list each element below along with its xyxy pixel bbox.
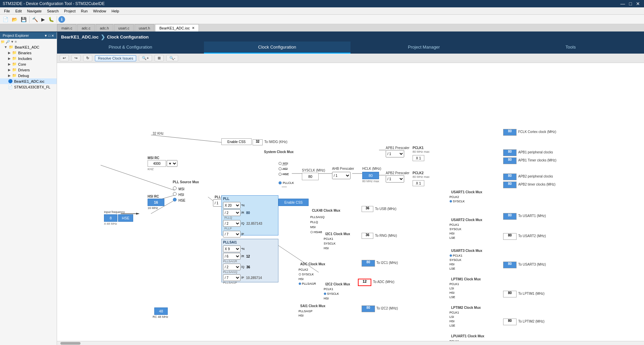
msi-rc-unit-select[interactable]: ▼: [167, 160, 177, 167]
zoom-in-button[interactable]: 🔍+: [139, 55, 152, 61]
sidebar-item-core[interactable]: ▶ 📁 Core: [0, 61, 57, 67]
info-button[interactable]: ℹ: [58, 16, 65, 23]
pclk1-i2c1[interactable]: PCLK1: [324, 237, 336, 240]
horizontal-scrollbar[interactable]: [57, 341, 644, 345]
navtab-project[interactable]: Project Manager: [351, 42, 497, 54]
menu-help[interactable]: Help: [109, 8, 122, 14]
pllsai1-p-select[interactable]: / 7: [223, 274, 240, 281]
sidebar-item-ioc[interactable]: 🔵 BearKE1_ADC.ioc: [0, 78, 57, 84]
msi-clk48[interactable]: MSI: [310, 225, 325, 229]
clock-diagram[interactable]: 32 KHz Enable CSS 32 To IWDG (KHz) Syste…: [57, 63, 644, 341]
menu-project[interactable]: Project: [61, 8, 78, 14]
pll-q-select[interactable]: / 2: [223, 220, 240, 227]
save-button[interactable]: 💾: [19, 16, 28, 23]
pllsai1q-clk48[interactable]: PLLSAI1Q: [310, 215, 325, 219]
pll-msi-radio[interactable]: MSI: [173, 186, 184, 191]
maximize-button[interactable]: □: [628, 1, 633, 6]
resolve-clock-button[interactable]: Resolve Clock Issues: [95, 55, 136, 61]
lse-usart3[interactable]: LSE: [449, 267, 463, 270]
hsi-usart3[interactable]: HSI: [449, 263, 463, 266]
msi-rc-input[interactable]: [148, 160, 166, 167]
pclk1-usart3[interactable]: PCLK1: [449, 254, 463, 257]
tab-mainc[interactable]: main.c: [57, 24, 76, 31]
menu-window[interactable]: Window: [90, 8, 109, 14]
hsi-lptim1[interactable]: HSI: [449, 291, 459, 294]
sidebar-item-includes[interactable]: ▶ 📁 Includes: [0, 56, 57, 61]
tab-usartc[interactable]: usart.c: [114, 24, 134, 31]
hse-label-box[interactable]: HSE: [118, 214, 133, 222]
fit-button[interactable]: ⊞: [155, 55, 164, 61]
build-button[interactable]: 🔨: [31, 16, 39, 23]
sidebar-item-debug[interactable]: ▶ 📁 Debug: [0, 73, 57, 78]
undo-button[interactable]: ↩: [60, 55, 69, 61]
tab-adch[interactable]: adc.h: [96, 24, 113, 31]
lsi-lptim1[interactable]: LSI: [449, 287, 459, 290]
debug-button[interactable]: 🐛: [47, 16, 55, 23]
lse-lptim2[interactable]: LSE: [449, 324, 459, 327]
open-button[interactable]: 📂: [10, 16, 19, 23]
pllsai1-r-select[interactable]: / 6: [223, 253, 240, 260]
mux-msi-option[interactable]: MSI: [278, 162, 294, 165]
sysclk-adc[interactable]: SYSCLK: [299, 273, 316, 276]
sidebar-item-drivers[interactable]: ▶ 📁 Drivers: [0, 67, 57, 73]
mux-hse-option[interactable]: HSE: [278, 172, 294, 176]
pclk2-usart1[interactable]: PCLK2: [449, 195, 465, 199]
pclk1-lptim2[interactable]: PCLK1: [449, 311, 459, 314]
apb1-prescaler-select[interactable]: / 1: [386, 150, 404, 157]
pclk1-i2c2[interactable]: PCLK1: [324, 287, 339, 291]
pclk1-usart2[interactable]: PCLK1: [449, 223, 462, 226]
pllsai1p-sai1[interactable]: PLLSAI1P: [299, 309, 313, 313]
pll-p-select[interactable]: / 7: [223, 231, 240, 237]
mux-pllclk-option[interactable]: PLLCLK: [278, 181, 294, 185]
menu-search[interactable]: Search: [44, 8, 61, 14]
sysclk-input[interactable]: [302, 173, 319, 180]
hscroll-thumb[interactable]: [60, 342, 80, 345]
sysclk-i2c1[interactable]: SYSCLK: [324, 242, 336, 245]
pclk2-adc[interactable]: PCLK2: [299, 268, 316, 271]
navtab-clock[interactable]: Clock Configuration: [204, 42, 351, 54]
tab-adcc[interactable]: adc.c: [77, 24, 95, 31]
enable-css-btn-top[interactable]: Enable CSS: [221, 138, 252, 145]
hsi-sai1[interactable]: HSI: [299, 314, 313, 317]
lse-lptim1[interactable]: LSE: [449, 295, 459, 299]
sysclk-i2c2[interactable]: SYSCLK: [324, 292, 339, 295]
redo-button[interactable]: ↪: [71, 55, 80, 61]
menu-run[interactable]: Run: [78, 8, 90, 14]
new-button[interactable]: 📄: [1, 16, 10, 23]
menu-navigate[interactable]: Navigate: [24, 8, 44, 14]
pllq-clk48[interactable]: PLLQ: [310, 220, 325, 224]
menu-edit[interactable]: Edit: [13, 8, 24, 14]
hsi-usart2[interactable]: HSI: [449, 232, 462, 235]
lse-usart2[interactable]: LSE: [449, 236, 462, 239]
tab-usarth[interactable]: usart.h: [135, 24, 155, 31]
sysclk-usart1[interactable]: SYSCLK: [449, 200, 465, 203]
zoom-out-button[interactable]: 🔍-: [166, 55, 178, 61]
hsi-adc[interactable]: HSI: [299, 277, 316, 281]
pll-hse-radio[interactable]: HSE: [173, 198, 185, 202]
pclk1-lpuart1[interactable]: PCLK1: [449, 340, 462, 341]
pllsai1r-adc[interactable]: PLLSAI1R: [299, 282, 316, 285]
navtab-pinout[interactable]: Pinout & Configuration: [57, 42, 204, 54]
sidebar-item-root[interactable]: ▼ 📁 BearKE1_ADC: [0, 44, 57, 50]
refresh-button[interactable]: ↻: [83, 55, 92, 61]
sysclk-usart2[interactable]: SYSCLK: [449, 227, 462, 231]
lsi-lptim2[interactable]: LSI: [449, 315, 459, 319]
sidebar-item-binaries[interactable]: ▶ 📁 Binaries: [0, 50, 57, 56]
navtab-tools[interactable]: Tools: [497, 42, 644, 54]
pllsai1-n-select[interactable]: X 9: [223, 246, 240, 252]
pllsai1-q-select[interactable]: / 2: [223, 264, 240, 270]
pll-r-select[interactable]: / 2: [223, 209, 240, 216]
sysclk-usart3[interactable]: SYSCLK: [449, 258, 463, 262]
minimize-button[interactable]: —: [619, 1, 627, 6]
sidebar-item-stm32[interactable]: 📄 STM32L433CBTX_FL: [0, 84, 57, 90]
tab-ioc-close[interactable]: ✕: [192, 26, 195, 30]
pll-n-select[interactable]: X 20: [223, 202, 240, 209]
close-button[interactable]: ✕: [635, 1, 641, 6]
apb2-prescaler-select[interactable]: / 1: [386, 175, 404, 183]
mux-hsi-option[interactable]: HSI: [278, 167, 294, 170]
pll-hsi-radio[interactable]: HSI: [173, 192, 184, 197]
pclk1-lptim1[interactable]: PCLK1: [449, 282, 459, 286]
tab-ioc[interactable]: BearKE1_ADC.ioc ✕: [155, 24, 199, 31]
run-button[interactable]: ▶: [40, 16, 46, 23]
hsi48-clk48[interactable]: HSI48: [310, 230, 325, 234]
